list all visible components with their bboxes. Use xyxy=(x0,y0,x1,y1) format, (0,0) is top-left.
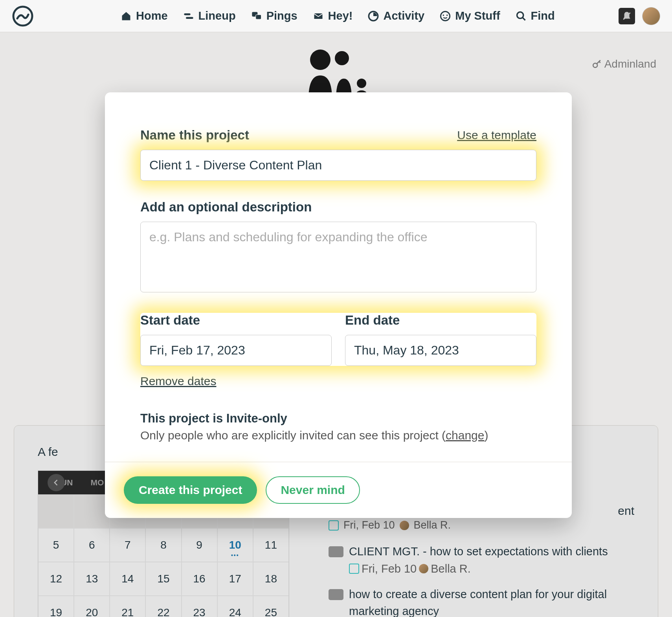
name-label: Name this project xyxy=(140,128,249,143)
start-date-input[interactable] xyxy=(140,335,332,366)
modal-body: Name this project Use a template Add an … xyxy=(105,92,572,462)
form-group-name: Name this project Use a template xyxy=(140,128,536,181)
invite-title: This project is Invite-only xyxy=(140,411,536,426)
start-date-label: Start date xyxy=(140,313,332,328)
cancel-button[interactable]: Never mind xyxy=(266,476,360,504)
end-date-label: End date xyxy=(345,313,536,328)
new-project-modal: Name this project Use a template Add an … xyxy=(105,92,572,518)
start-date-col: Start date xyxy=(140,313,332,366)
create-project-button[interactable]: Create this project xyxy=(124,476,257,504)
end-date-input[interactable] xyxy=(345,335,536,366)
project-description-input[interactable] xyxy=(140,222,536,292)
description-label: Add an optional description xyxy=(140,200,536,215)
use-template-link[interactable]: Use a template xyxy=(457,129,536,142)
invite-subtitle: Only people who are explicitly invited c… xyxy=(140,429,536,442)
form-group-description: Add an optional description xyxy=(140,200,536,294)
project-name-input[interactable] xyxy=(140,150,536,181)
form-group-dates: Start date End date Remove dates xyxy=(140,313,536,388)
invite-section: This project is Invite-only Only people … xyxy=(140,411,536,442)
end-date-col: End date xyxy=(345,313,536,366)
modal-footer: Create this project Never mind xyxy=(105,462,572,518)
change-visibility-link[interactable]: change xyxy=(446,429,484,442)
remove-dates-link[interactable]: Remove dates xyxy=(140,375,216,388)
